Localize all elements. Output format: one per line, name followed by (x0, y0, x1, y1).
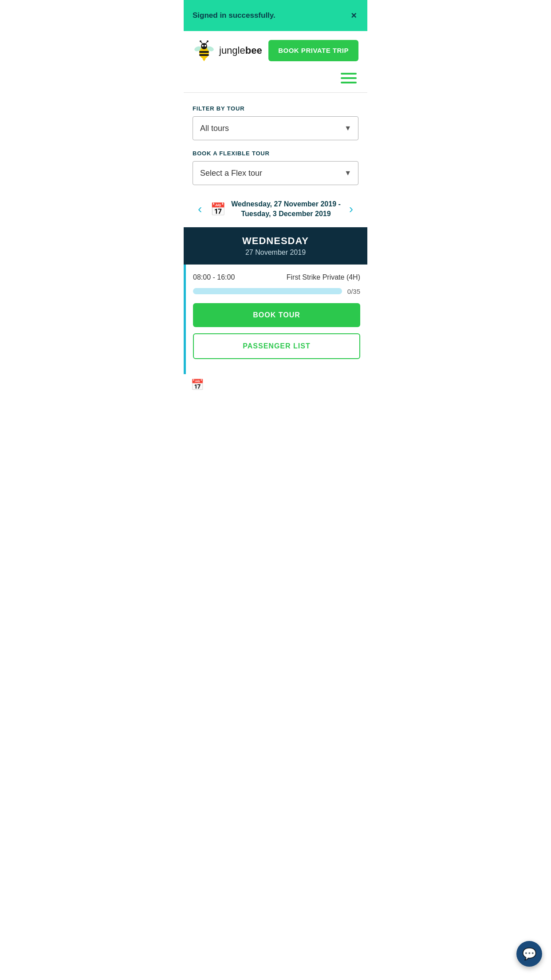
day-header: WEDNESDAY 27 November 2019 (184, 227, 367, 265)
bottom-calendar-icon: 📅 (191, 379, 204, 391)
day-name: WEDNESDAY (191, 235, 360, 247)
hamburger-line-3 (341, 82, 357, 83)
date-display: 📅 Wednesday, 27 November 2019 - Tuesday,… (207, 199, 343, 219)
date-line2: Tuesday, 3 December 2019 (241, 210, 331, 217)
flex-tour-select[interactable]: Select a Flex tour Flex Tour 1 Flex Tour… (193, 161, 358, 185)
svg-rect-2 (199, 54, 209, 56)
close-icon: × (351, 10, 357, 21)
hamburger-menu-button[interactable] (339, 71, 358, 85)
tour-time: 08:00 - 16:00 (193, 273, 235, 281)
svg-point-3 (201, 43, 207, 49)
bottom-partial-card: 📅 (184, 374, 367, 395)
book-private-trip-button[interactable]: BOOK PRIVATE TRIP (268, 40, 358, 61)
tour-filter-wrapper: All tours First Strike Classic Tour Suns… (193, 116, 358, 140)
calendar-icon: 📅 (210, 202, 226, 217)
book-tour-button[interactable]: BOOK TOUR (193, 303, 360, 327)
tour-time-row: 08:00 - 16:00 First Strike Private (4H) (193, 273, 360, 281)
date-range-text: Wednesday, 27 November 2019 - Tuesday, 3… (231, 199, 341, 219)
svg-point-10 (202, 45, 204, 47)
success-banner: Signed in successfully. × (184, 0, 367, 31)
svg-point-5 (200, 40, 201, 42)
next-week-button[interactable]: › (344, 199, 358, 219)
tour-name: First Strike Private (4H) (287, 273, 360, 281)
logo-area: junglebee (193, 39, 262, 62)
bee-logo-icon (193, 39, 216, 62)
filter-label: FILTER BY TOUR (193, 105, 358, 112)
filter-by-tour-section: FILTER BY TOUR All tours First Strike Cl… (193, 105, 358, 140)
svg-marker-12 (202, 59, 206, 61)
capacity-bar-background (193, 288, 342, 294)
passenger-list-button[interactable]: PASSENGER LIST (193, 333, 360, 359)
flex-tour-wrapper: Select a Flex tour Flex Tour 1 Flex Tour… (193, 161, 358, 185)
hamburger-line-2 (341, 77, 357, 79)
tour-card: 08:00 - 16:00 First Strike Private (4H) … (184, 265, 367, 374)
svg-point-11 (205, 45, 206, 47)
svg-point-7 (207, 40, 209, 42)
flex-tour-section: BOOK A FLEXIBLE TOUR Select a Flex tour … (193, 150, 358, 185)
flex-tour-label: BOOK A FLEXIBLE TOUR (193, 150, 358, 157)
close-banner-button[interactable]: × (349, 8, 358, 23)
capacity-label: 0/35 (347, 288, 360, 295)
svg-rect-1 (199, 51, 209, 53)
capacity-row: 0/35 (193, 288, 360, 295)
success-message: Signed in successfully. (193, 11, 276, 20)
header: junglebee BOOK PRIVATE TRIP (184, 31, 367, 67)
prev-week-button[interactable]: ‹ (193, 199, 207, 219)
date-line1: Wednesday, 27 November 2019 - (231, 200, 341, 208)
tour-filter-select[interactable]: All tours First Strike Classic Tour Suns… (193, 116, 358, 140)
date-navigation: ‹ 📅 Wednesday, 27 November 2019 - Tuesda… (193, 195, 358, 227)
hamburger-line-1 (341, 73, 357, 75)
hamburger-row (184, 67, 367, 92)
day-date: 27 November 2019 (191, 249, 360, 257)
logo-text: junglebee (219, 45, 262, 56)
main-content: FILTER BY TOUR All tours First Strike Cl… (184, 93, 367, 227)
